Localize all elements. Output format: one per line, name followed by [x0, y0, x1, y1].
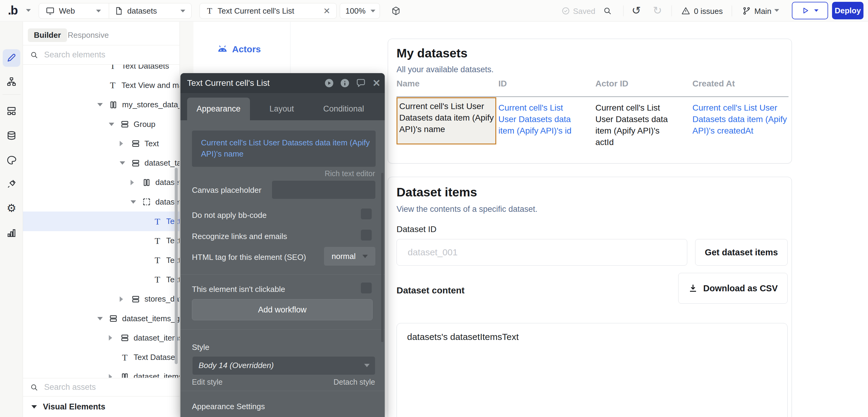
components-icon[interactable]	[6, 106, 17, 116]
preview-chevron-down-icon	[814, 9, 818, 12]
page-chevron-down-icon[interactable]	[180, 10, 185, 12]
tab-builder[interactable]: Builder	[28, 28, 67, 42]
panel-scrollbar[interactable]	[381, 173, 383, 342]
page-file-icon	[115, 7, 123, 15]
tree-item-text-cu[interactable]: TText Cu...	[23, 270, 180, 289]
table-cell-actor-id[interactable]: Current cell's List User Datasets data i…	[595, 102, 676, 148]
bbcode-checkbox[interactable]	[361, 208, 372, 219]
text-element-icon: T	[152, 217, 163, 226]
redo-icon[interactable]: ↻	[653, 4, 662, 17]
chevron-right-icon[interactable]	[120, 141, 130, 146]
search-icon[interactable]	[603, 7, 612, 15]
chevron-right-icon[interactable]	[109, 374, 120, 378]
component-cube-icon[interactable]	[391, 6, 401, 16]
rich-text-box[interactable]: Current cell's List User Datasets data i…	[192, 131, 376, 167]
tree-scrollbar[interactable]	[175, 168, 178, 364]
tree-item-my-stores-data-table[interactable]: my_stores_data_table	[23, 95, 180, 115]
tree-item-dataset-re[interactable]: dataset_re...	[23, 192, 180, 212]
chevron-down-icon[interactable]	[97, 103, 108, 106]
comment-icon[interactable]	[356, 78, 366, 88]
device-page-selector: Web datasets	[39, 3, 192, 19]
preview-element-icon[interactable]	[324, 78, 334, 88]
tab-conditional[interactable]: Conditional	[313, 98, 374, 120]
database-icon[interactable]	[6, 131, 17, 141]
saved-status: Saved	[573, 7, 595, 16]
tree-item-dataset-ta[interactable]: dataset_ta...	[23, 173, 180, 192]
page-sidebar-item-actors[interactable]: Actors	[217, 44, 261, 54]
tree-item-text-datasets[interactable]: TText Datasets	[23, 65, 180, 75]
design-pencil-icon[interactable]	[6, 53, 17, 63]
chevron-right-icon[interactable]	[109, 335, 120, 341]
column-header-actor-id: Actor ID	[595, 79, 628, 89]
deploy-button[interactable]: Deploy	[832, 2, 864, 19]
add-workflow-button[interactable]: Add workflow	[192, 299, 373, 320]
tree-item-label: Group	[133, 120, 155, 129]
visual-elements-section[interactable]: Visual Elements	[23, 396, 180, 417]
tree-item-group[interactable]: Group	[23, 115, 180, 134]
logs-chart-icon[interactable]	[6, 228, 17, 238]
open-element-tab[interactable]: T Text Current cell's List ✕	[199, 3, 337, 19]
edit-style-link[interactable]: Edit style	[192, 378, 222, 386]
clickable-checkbox[interactable]	[361, 283, 372, 293]
preview-button[interactable]	[792, 2, 828, 19]
download-csv-button[interactable]: Download as CSV	[678, 273, 787, 304]
page-label[interactable]: datasets	[127, 6, 157, 16]
plugins-plug-icon[interactable]	[6, 179, 17, 189]
logo-chevron-down-icon[interactable]	[26, 9, 31, 12]
zoom-selector[interactable]: 100%	[340, 3, 380, 19]
table-cell-id[interactable]: Current cell's List User Datasets data i…	[498, 102, 581, 136]
detach-style-link[interactable]: Detach style	[333, 378, 375, 386]
search-assets-input[interactable]	[43, 382, 143, 392]
rich-text-editor-hint[interactable]: Rich text editor	[324, 169, 375, 178]
tab-responsive[interactable]: Responsive	[68, 31, 109, 40]
undo-icon[interactable]: ↺	[632, 4, 641, 17]
tree-item-text-cu[interactable]: TText Cu...	[23, 251, 180, 270]
styles-palette-icon[interactable]	[6, 155, 17, 165]
dataset-content-box[interactable]: datasets's datasetItemsText	[397, 323, 787, 417]
panel-mode-tabs: Builder Responsive	[23, 22, 180, 45]
tree-item-dataset-items-title[interactable]: dataset_items_title	[23, 328, 180, 348]
branch-name[interactable]: Main	[754, 7, 771, 16]
tree-item-dataset-items-in[interactable]: dataset_items_in...	[23, 367, 180, 378]
table-cell-name-selected[interactable]: Current cell's List User Datasets data i…	[397, 97, 496, 145]
tree-item-text-cu[interactable]: TText Cu...	[23, 212, 180, 231]
tree-item-text-cu[interactable]: TText Cu...	[23, 231, 180, 251]
chevron-right-icon[interactable]	[120, 296, 130, 302]
tree-item-text[interactable]: Text	[23, 134, 180, 153]
close-tab-icon[interactable]: ✕	[323, 6, 330, 16]
tree-item-text-dataset-id[interactable]: TText Dataset ID	[23, 348, 180, 367]
tree-item-dataset-items-group[interactable]: dataset_items_group	[23, 309, 180, 328]
search-elements-input[interactable]	[43, 50, 143, 60]
chevron-down-icon[interactable]	[120, 161, 130, 165]
text-element-icon: T	[120, 353, 130, 362]
tree-item-dataset-table[interactable]: dataset_table...	[23, 153, 180, 172]
dataset-id-input[interactable]	[407, 247, 654, 258]
info-icon[interactable]	[340, 78, 349, 88]
canvas-placeholder-input[interactable]	[272, 181, 375, 199]
style-dropdown[interactable]: Body 14 (Overridden)	[192, 357, 375, 375]
device-label[interactable]: Web	[59, 6, 75, 16]
tab-appearance[interactable]: Appearance	[187, 98, 250, 120]
tree-item-text-view-and-mana[interactable]: TText View and mana...	[23, 75, 180, 95]
chevron-down-icon[interactable]	[97, 317, 108, 320]
chevron-down-icon[interactable]	[109, 123, 120, 126]
settings-gear-icon[interactable]: ⚙	[6, 203, 17, 213]
chevron-down-icon[interactable]	[130, 200, 142, 204]
appearance-settings-label: Appearance Settings	[192, 402, 265, 411]
dataset-items-card: Dataset items View the contents of a spe…	[388, 177, 792, 417]
tree-item-stores-data-b[interactable]: stores_data_b...	[23, 289, 180, 309]
device-chevron-down-icon[interactable]	[96, 10, 101, 12]
get-dataset-items-button[interactable]: Get dataset items	[695, 239, 787, 266]
group-element-icon	[108, 314, 119, 323]
bubble-logo[interactable]: .b	[8, 4, 18, 17]
links-checkbox[interactable]	[361, 230, 372, 240]
chevron-right-icon[interactable]	[130, 180, 142, 185]
tab-layout[interactable]: Layout	[251, 98, 312, 120]
close-icon[interactable]: ✕	[372, 78, 380, 88]
html-tag-dropdown[interactable]: normal	[324, 247, 375, 266]
branch-chevron-down-icon[interactable]	[774, 9, 779, 12]
download-csv-label: Download as CSV	[703, 283, 778, 293]
workflow-sitemap-icon[interactable]	[6, 76, 17, 87]
table-cell-created-at[interactable]: Current cell's List User Datasets data i…	[692, 102, 790, 136]
issues-count[interactable]: 0 issues	[694, 7, 723, 16]
